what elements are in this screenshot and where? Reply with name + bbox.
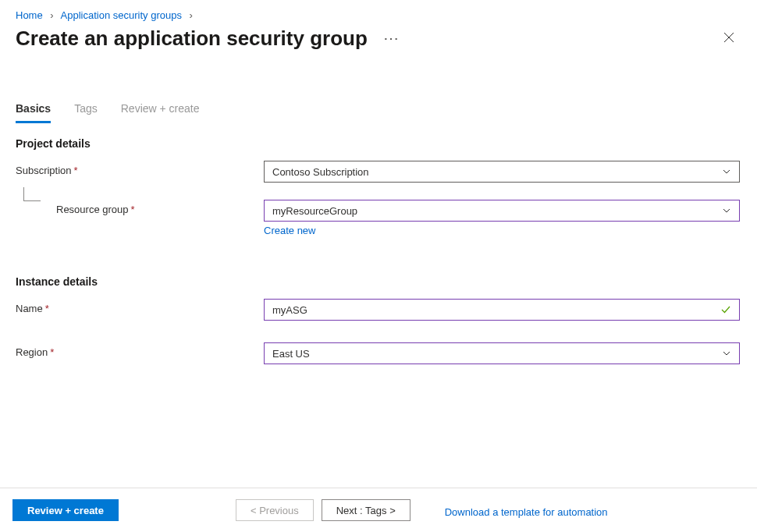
subscription-value: Contoso Subscription	[272, 166, 369, 178]
review-create-button[interactable]: Review + create	[12, 499, 119, 521]
chevron-down-icon	[722, 206, 731, 215]
chevron-down-icon	[722, 349, 731, 358]
region-value: East US	[272, 348, 310, 360]
page-title: Create an application security group	[16, 27, 368, 51]
section-instance-details: Instance details	[0, 261, 757, 296]
close-button[interactable]	[716, 27, 741, 51]
subscription-select[interactable]: Contoso Subscription	[264, 161, 740, 183]
name-input[interactable]: myASG	[264, 299, 740, 321]
page-header: Create an application security group ⋯	[0, 26, 757, 65]
close-icon	[723, 31, 735, 44]
resource-group-row: Resource group* myResourceGroup Create n…	[0, 197, 757, 239]
checkmark-icon	[720, 304, 731, 315]
tabs: Basics Tags Review + create	[0, 96, 757, 123]
resource-group-value: myResourceGroup	[272, 205, 357, 217]
chevron-right-icon: ›	[50, 9, 53, 21]
chevron-right-icon: ›	[190, 9, 193, 21]
download-template-link[interactable]: Download a template for automation	[445, 506, 608, 518]
breadcrumb-home[interactable]: Home	[16, 9, 43, 21]
region-label: Region*	[16, 342, 264, 358]
subscription-row: Subscription* Contoso Subscription	[0, 158, 757, 186]
name-value: myASG	[272, 304, 307, 316]
next-button[interactable]: Next : Tags >	[322, 499, 410, 521]
section-project-details: Project details	[0, 123, 757, 158]
required-indicator: *	[131, 204, 135, 215]
required-indicator: *	[50, 346, 54, 358]
region-select[interactable]: East US	[264, 342, 740, 364]
required-indicator: *	[74, 165, 78, 176]
resource-group-label: Resource group*	[16, 200, 264, 215]
tab-tags[interactable]: Tags	[74, 96, 98, 123]
required-indicator: *	[45, 303, 49, 314]
more-actions-button[interactable]: ⋯	[380, 26, 403, 51]
breadcrumb-application-security-groups[interactable]: Application security groups	[61, 9, 182, 21]
breadcrumb: Home › Application security groups ›	[0, 0, 757, 26]
tab-basics[interactable]: Basics	[16, 96, 51, 123]
subscription-label: Subscription*	[16, 161, 264, 176]
region-row: Region* East US	[0, 339, 757, 367]
create-new-resource-group-link[interactable]: Create new	[264, 225, 315, 236]
chevron-down-icon	[722, 167, 731, 176]
name-label: Name*	[16, 299, 264, 314]
resource-group-select[interactable]: myResourceGroup	[264, 200, 740, 222]
name-row: Name* myASG	[0, 296, 757, 324]
footer-toolbar: Review + create < Previous Next : Tags >…	[0, 488, 757, 532]
tab-review-create[interactable]: Review + create	[121, 96, 200, 123]
previous-button[interactable]: < Previous	[236, 499, 314, 521]
hierarchy-indent-icon	[23, 187, 41, 201]
